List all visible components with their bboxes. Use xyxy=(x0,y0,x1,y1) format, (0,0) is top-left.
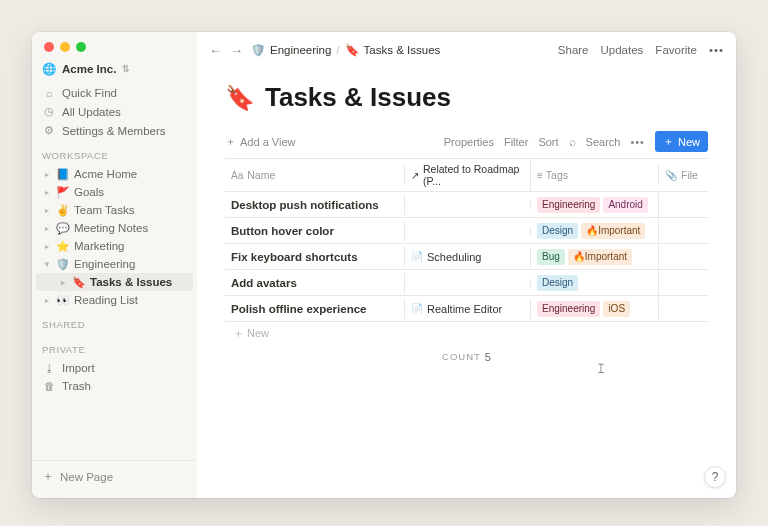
workspace-switcher[interactable]: 🌐 Acme Inc. ⇅ xyxy=(32,60,197,84)
cell-name[interactable]: Polish offline experience xyxy=(225,299,405,319)
triangle-right-icon[interactable]: ▸ xyxy=(58,278,68,287)
add-view-button[interactable]: ＋ Add a View xyxy=(225,134,295,149)
favorite-button[interactable]: Favorite xyxy=(655,44,697,56)
triangle-right-icon[interactable]: ▸ xyxy=(42,242,52,251)
quick-find[interactable]: ⌕ Quick Find xyxy=(32,84,197,102)
tag-engineering[interactable]: Engineering xyxy=(537,197,600,213)
cell-related[interactable] xyxy=(405,279,531,287)
table-row[interactable]: Polish offline experience📄Realtime Edito… xyxy=(225,296,708,322)
cell-name[interactable]: Button hover color xyxy=(225,221,405,241)
tag-ios[interactable]: iOS xyxy=(603,301,630,317)
cell-tags[interactable]: Design🔥Important xyxy=(531,219,659,243)
relation-icon: ↗ xyxy=(411,170,419,181)
table-row[interactable]: Button hover colorDesign🔥Important xyxy=(225,218,708,244)
tag-important[interactable]: 🔥Important xyxy=(581,223,645,239)
more-menu-button[interactable]: ••• xyxy=(709,44,724,56)
cell-file[interactable] xyxy=(659,201,703,209)
relation-label: Scheduling xyxy=(427,251,481,263)
cell-name[interactable]: Add avatars xyxy=(225,273,405,293)
trash[interactable]: 🗑 Trash xyxy=(32,377,197,395)
page-title[interactable]: Tasks & Issues xyxy=(265,82,451,113)
import-label: Import xyxy=(62,362,95,374)
add-row-button[interactable]: ＋ New xyxy=(225,322,708,345)
updates-button[interactable]: Updates xyxy=(601,44,644,56)
sidebar-item-team-tasks[interactable]: ▸✌️Team Tasks xyxy=(32,201,197,219)
cell-name[interactable]: Fix keyboard shortcuts xyxy=(225,247,405,267)
tag-android[interactable]: Android xyxy=(603,197,647,213)
new-row-button[interactable]: ＋ New xyxy=(655,131,708,152)
cell-file[interactable] xyxy=(659,305,703,313)
cell-tags[interactable]: EngineeringAndroid xyxy=(531,193,659,217)
row-count: COUNT 5 xyxy=(225,345,708,369)
properties-button[interactable]: Properties xyxy=(444,136,494,148)
tag-bug[interactable]: Bug xyxy=(537,249,565,265)
triangle-right-icon[interactable]: ▸ xyxy=(42,170,52,179)
help-button[interactable]: ? xyxy=(704,466,726,488)
cell-related[interactable]: 📄Realtime Editor xyxy=(405,299,531,319)
sidebar-item-reading-list[interactable]: ▸👀Reading List xyxy=(32,291,197,309)
cell-related[interactable]: 📄Scheduling xyxy=(405,247,531,267)
sidebar-item-acme-home[interactable]: ▸📘Acme Home xyxy=(32,165,197,183)
sort-button[interactable]: Sort xyxy=(538,136,558,148)
sidebar-item-engineering[interactable]: ▼🛡️Engineering xyxy=(32,255,197,273)
nav-forward-button[interactable]: → xyxy=(230,43,243,58)
minimize-window-icon[interactable] xyxy=(60,42,70,52)
triangle-right-icon[interactable]: ▸ xyxy=(42,188,52,197)
settings-members[interactable]: ⚙ Settings & Members xyxy=(32,121,197,140)
cell-tags[interactable]: EngineeringiOS xyxy=(531,297,659,321)
import[interactable]: ⭳ Import xyxy=(32,359,197,377)
cell-related[interactable] xyxy=(405,201,531,209)
sidebar-item-label: Acme Home xyxy=(74,168,137,180)
plus-icon: ＋ xyxy=(225,134,236,149)
col-name[interactable]: Aa Name xyxy=(225,165,405,185)
search-icon[interactable] xyxy=(569,135,576,149)
page-title-icon[interactable]: 🔖 xyxy=(225,84,255,112)
sidebar-item-tasks-issues[interactable]: ▸🔖Tasks & Issues xyxy=(36,273,193,291)
cell-file[interactable] xyxy=(659,227,703,235)
crumb-separator: / xyxy=(336,44,339,56)
cell-file[interactable] xyxy=(659,253,703,261)
cell-related[interactable] xyxy=(405,227,531,235)
sidebar-item-label: Marketing xyxy=(74,240,125,252)
fullscreen-window-icon[interactable] xyxy=(76,42,86,52)
tag-design[interactable]: Design xyxy=(537,275,578,291)
section-workspace: WORKSPACE xyxy=(32,140,197,165)
sidebar-item-goals[interactable]: ▸🚩Goals xyxy=(32,183,197,201)
sidebar-item-meeting-notes[interactable]: ▸💬Meeting Notes xyxy=(32,219,197,237)
table-row[interactable]: Desktop push notificationsEngineeringAnd… xyxy=(225,192,708,218)
table-row[interactable]: Fix keyboard shortcuts📄SchedulingBug🔥Imp… xyxy=(225,244,708,270)
crumb-child[interactable]: Tasks & Issues xyxy=(364,44,441,56)
triangle-right-icon[interactable]: ▸ xyxy=(42,206,52,215)
triangle-right-icon[interactable]: ▸ xyxy=(42,296,52,305)
new-page-button[interactable]: ＋ New Page xyxy=(32,460,197,492)
col-file[interactable]: 📎 File xyxy=(659,165,704,185)
cell-name[interactable]: Desktop push notifications xyxy=(225,195,405,215)
sidebar-item-marketing[interactable]: ▸⭐Marketing xyxy=(32,237,197,255)
triangle-down-icon[interactable]: ▼ xyxy=(42,260,52,269)
table-row[interactable]: Add avatarsDesign xyxy=(225,270,708,296)
crumb-parent[interactable]: Engineering xyxy=(270,44,331,56)
filter-button[interactable]: Filter xyxy=(504,136,528,148)
all-updates[interactable]: ◷ All Updates xyxy=(32,102,197,121)
page-title-block: 🔖 Tasks & Issues xyxy=(225,82,708,113)
tag-important[interactable]: 🔥Important xyxy=(568,249,632,265)
page-emoji-icon: ⭐ xyxy=(56,240,70,253)
tag-design[interactable]: Design xyxy=(537,223,578,239)
nav-back-button[interactable]: ← xyxy=(209,43,222,58)
triangle-right-icon[interactable]: ▸ xyxy=(42,224,52,233)
cell-file[interactable] xyxy=(659,279,703,287)
page-icon: 📄 xyxy=(411,251,423,262)
page-emoji-icon: 💬 xyxy=(56,222,70,235)
col-tags[interactable]: ≡ Tags xyxy=(531,165,659,185)
cell-tags[interactable]: Design xyxy=(531,271,659,295)
share-button[interactable]: Share xyxy=(558,44,589,56)
search-button[interactable]: Search xyxy=(586,136,621,148)
tag-engineering[interactable]: Engineering xyxy=(537,301,600,317)
view-more-button[interactable]: ••• xyxy=(630,136,645,148)
plus-icon: ＋ xyxy=(663,134,674,149)
database-table: Aa Name ↗ Related to Roadmap (P... ≡ Tag… xyxy=(225,158,708,345)
cell-tags[interactable]: Bug🔥Important xyxy=(531,245,659,269)
col-related[interactable]: ↗ Related to Roadmap (P... xyxy=(405,159,531,191)
crumb-parent-icon: 🛡️ xyxy=(251,43,265,57)
close-window-icon[interactable] xyxy=(44,42,54,52)
